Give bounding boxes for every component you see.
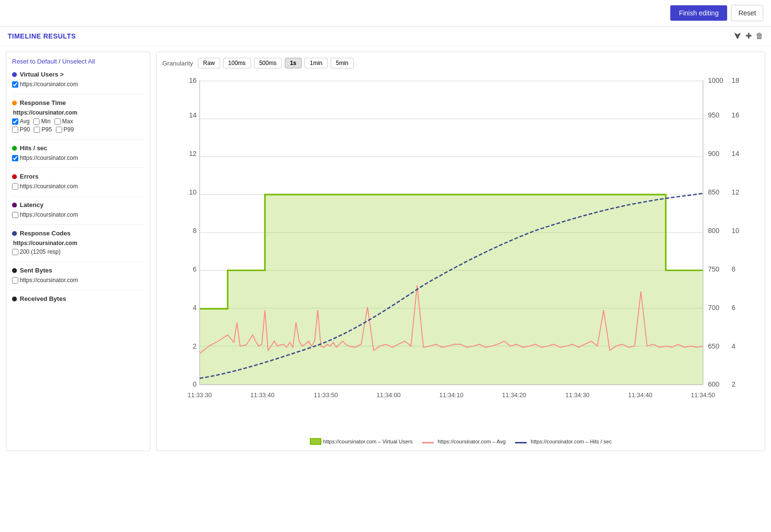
svg-text:11:34:10: 11:34:10 xyxy=(439,391,464,399)
svg-text:0: 0 xyxy=(193,380,197,388)
x-axis: 11:33:30 11:33:40 11:33:50 11:34:00 11:3… xyxy=(187,391,715,399)
metric-title-response-codes[interactable]: Response Codes xyxy=(12,230,144,237)
gran-btn-1s[interactable]: 1s xyxy=(285,58,302,68)
svg-text:11:34:40: 11:34:40 xyxy=(628,391,652,399)
cb-avg[interactable] xyxy=(12,118,18,125)
svg-text:10: 10 xyxy=(189,188,197,196)
svg-text:2: 2 xyxy=(731,380,735,388)
metric-title-errors[interactable]: Errors xyxy=(12,173,144,180)
legend-item-virtual-users: https://coursinator.com – Virtual Users xyxy=(310,438,413,445)
cb-p99[interactable] xyxy=(56,127,62,133)
gran-btn-1min[interactable]: 1min xyxy=(305,58,328,68)
legend-item-avg: https://coursinator.com – Avg xyxy=(422,438,505,445)
dot-virtual-users xyxy=(12,72,17,77)
virtual-users-url-label[interactable]: https://coursinator.com xyxy=(12,81,78,88)
virtual-users-checkbox[interactable] xyxy=(12,81,18,88)
trash-icon[interactable]: 🗑 xyxy=(756,32,763,40)
metric-title-received-bytes[interactable]: Received Bytes xyxy=(12,295,144,302)
svg-text:600: 600 xyxy=(708,380,719,388)
svg-text:900: 900 xyxy=(708,150,719,157)
svg-text:11:34:50: 11:34:50 xyxy=(691,391,715,399)
cb-max[interactable] xyxy=(54,118,61,125)
cb-p90[interactable] xyxy=(12,127,18,133)
errors-url-row: https://coursinator.com xyxy=(12,183,144,190)
metric-section-errors: Errors https://coursinator.com xyxy=(12,173,144,196)
svg-text:8: 8 xyxy=(193,227,197,234)
metric-section-hits: Hits / sec https://coursinator.com xyxy=(12,144,144,168)
hits-checkbox[interactable] xyxy=(12,155,18,161)
unselect-all-link[interactable]: Unselect All xyxy=(62,58,95,65)
gran-btn-5min[interactable]: 5min xyxy=(331,58,354,68)
cb-min[interactable] xyxy=(33,118,40,125)
main-content: Reset to Default / Unselect All Virtual … xyxy=(0,46,771,457)
chart-svg: Virtual Users Avg Hits / sec 0 2 4 6 xyxy=(162,74,759,434)
response-time-row1: Avg Min Max xyxy=(12,118,144,125)
latency-checkbox[interactable] xyxy=(12,212,18,218)
metric-label-received-bytes: Received Bytes xyxy=(20,295,66,302)
chart-legend: https://coursinator.com – Virtual Users … xyxy=(162,438,759,445)
metric-label-virtual-users: Virtual Users > xyxy=(20,71,64,78)
metric-title-hits[interactable]: Hits / sec xyxy=(12,144,144,152)
chevron-down-icon[interactable]: ⮟ xyxy=(734,32,742,40)
dot-response-time xyxy=(12,101,17,105)
legend-color-virtual-users xyxy=(310,438,321,445)
reset-button[interactable]: Reset xyxy=(731,5,763,21)
gran-btn-500ms[interactable]: 500ms xyxy=(254,58,282,68)
dot-latency xyxy=(12,203,17,208)
y-right-axis-avg: 600 650 700 750 800 850 900 950 1000 xyxy=(708,77,723,388)
section-header: TIMELINE RESULTS ⮟ ✚ 🗑 xyxy=(0,26,771,46)
svg-text:11:33:30: 11:33:30 xyxy=(187,391,212,399)
svg-text:11:34:20: 11:34:20 xyxy=(502,391,526,399)
gran-btn-100ms[interactable]: 100ms xyxy=(223,58,251,68)
plus-icon[interactable]: ✚ xyxy=(745,31,752,40)
legend-item-hits: https://coursinator.com – Hits / sec xyxy=(515,438,611,445)
svg-text:850: 850 xyxy=(708,188,719,196)
sent-bytes-url-row: https://coursinator.com xyxy=(12,277,144,284)
sent-bytes-checkbox[interactable] xyxy=(12,277,18,284)
latency-url-row: https://coursinator.com xyxy=(12,211,144,218)
finish-editing-button[interactable]: Finish editing xyxy=(670,5,728,21)
metric-title-response-time[interactable]: Response Time xyxy=(12,99,144,106)
cb-p95[interactable] xyxy=(34,127,40,133)
errors-checkbox[interactable] xyxy=(12,183,18,190)
svg-text:11:33:50: 11:33:50 xyxy=(314,391,338,399)
svg-text:12: 12 xyxy=(189,150,197,157)
sidebar-links: Reset to Default / Unselect All xyxy=(12,58,144,65)
dot-sent-bytes xyxy=(12,268,17,273)
svg-text:2: 2 xyxy=(193,342,197,350)
svg-text:11:34:00: 11:34:00 xyxy=(376,391,400,399)
svg-text:1000: 1000 xyxy=(708,77,723,84)
metric-title-latency[interactable]: Latency xyxy=(12,201,144,208)
svg-text:18: 18 xyxy=(731,77,739,84)
virtual-users-url-row: https://coursinator.com xyxy=(12,81,144,88)
svg-text:6: 6 xyxy=(731,304,735,311)
metric-label-response-time: Response Time xyxy=(20,99,66,106)
svg-text:4: 4 xyxy=(731,342,735,350)
chart-area: Granularity Raw 100ms 500ms 1s 1min 5min… xyxy=(156,52,765,451)
header: Finish editing Reset xyxy=(0,0,771,26)
metric-label-sent-bytes: Sent Bytes xyxy=(20,267,52,274)
virtual-users-area xyxy=(199,195,703,385)
metric-section-sent-bytes: Sent Bytes https://coursinator.com xyxy=(12,267,144,290)
svg-text:4: 4 xyxy=(193,304,197,311)
metric-section-virtual-users: Virtual Users > https://coursinator.com xyxy=(12,71,144,94)
granularity-row: Granularity Raw 100ms 500ms 1s 1min 5min xyxy=(162,58,759,68)
svg-text:16: 16 xyxy=(731,111,739,119)
hits-url-row: https://coursinator.com xyxy=(12,155,144,161)
cb-200[interactable] xyxy=(12,249,18,255)
granularity-label: Granularity xyxy=(162,60,193,67)
metric-title-sent-bytes[interactable]: Sent Bytes xyxy=(12,267,144,274)
metric-label-hits: Hits / sec xyxy=(20,144,47,152)
section-icons: ⮟ ✚ 🗑 xyxy=(734,31,763,40)
chart-container: Virtual Users Avg Hits / sec 0 2 4 6 xyxy=(162,74,759,434)
svg-text:16: 16 xyxy=(189,77,197,84)
dot-errors xyxy=(12,174,17,179)
gran-btn-raw[interactable]: Raw xyxy=(198,58,220,68)
svg-text:14: 14 xyxy=(189,111,197,119)
reset-to-default-link[interactable]: Reset to Default xyxy=(12,58,57,65)
metric-label-response-codes: Response Codes xyxy=(20,230,70,237)
svg-text:12: 12 xyxy=(731,188,739,196)
svg-text:750: 750 xyxy=(708,265,719,273)
svg-text:11:33:40: 11:33:40 xyxy=(251,391,275,399)
metric-title-virtual-users[interactable]: Virtual Users > xyxy=(12,71,144,78)
